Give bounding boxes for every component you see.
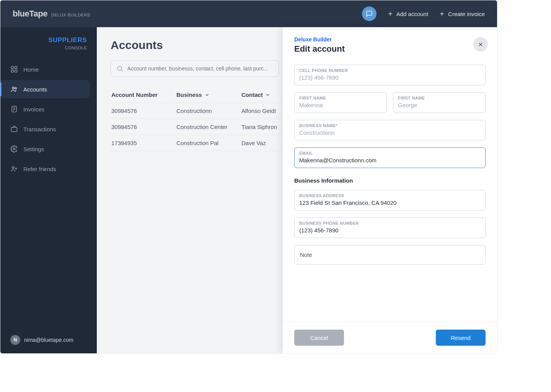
note-label: Note: [300, 252, 312, 258]
drawer-footer: Cancel Resend: [283, 322, 497, 353]
svg-rect-3: [15, 70, 17, 72]
sidebar-header: SUPPLIERS CONSOLE: [0, 27, 97, 57]
brand-logo: blueTape DELUX BUILDERS: [13, 9, 90, 19]
chat-button[interactable]: [362, 7, 377, 21]
svg-point-8: [13, 148, 15, 150]
field-label: FIRST NAME: [398, 96, 481, 100]
drawer-header: Deluxe Builder Edit account: [283, 27, 497, 58]
cell-business: Construction Center: [176, 124, 241, 130]
brand-mark: blueTape: [13, 9, 47, 19]
close-button[interactable]: [473, 37, 488, 52]
sidebar-item-home[interactable]: Home: [0, 60, 90, 78]
business-address-input[interactable]: [299, 199, 481, 206]
sidebar-user[interactable]: N nima@bluetape.com: [0, 326, 97, 354]
cell-acct: 30984576: [111, 108, 176, 114]
create-invoice-label: Create invoice: [448, 11, 485, 17]
search-input[interactable]: [127, 65, 273, 72]
create-invoice-button[interactable]: Create invoice: [439, 11, 485, 17]
briefcase-icon: [10, 125, 18, 133]
sidebar-item-transactions[interactable]: Transactions: [0, 120, 90, 138]
cell-acct: 17384935: [111, 140, 176, 146]
business-info-heading: Business Information: [294, 177, 486, 184]
sidebar-item-label: Settings: [23, 146, 44, 152]
cancel-button[interactable]: Cancel: [294, 330, 344, 346]
first-name-field-1[interactable]: FIRST NAME: [294, 92, 387, 113]
cell-acct: 30984576: [111, 124, 176, 130]
cell-phone-input[interactable]: [299, 74, 481, 81]
sidebar-item-label: Refer friends: [23, 166, 56, 172]
sidebar-item-refer[interactable]: Refer friends: [0, 160, 90, 178]
add-account-button[interactable]: Add account: [387, 11, 428, 17]
cell-business: Construction Pal: [176, 140, 241, 146]
email-field[interactable]: EMAIL: [294, 147, 486, 168]
sidebar-item-settings[interactable]: Settings: [0, 140, 90, 158]
svg-rect-7: [11, 127, 17, 132]
plus-icon: [387, 11, 393, 17]
sidebar: SUPPLIERS CONSOLE Home Accounts Invoices…: [0, 27, 97, 354]
business-address-field[interactable]: BUSINESS ADDRESS: [294, 190, 486, 211]
sidebar-item-label: Accounts: [23, 86, 47, 93]
field-label: FIRST NAME: [299, 96, 382, 100]
first-name-field-2[interactable]: FIRST NAME: [393, 92, 486, 113]
grid-icon: [10, 65, 18, 73]
sidebar-item-label: Transactions: [23, 126, 56, 132]
chevron-down-icon: [204, 92, 210, 98]
email-input[interactable]: [299, 157, 481, 163]
field-label: CELL PHONE NUMBER: [299, 68, 481, 73]
svg-point-5: [15, 87, 16, 89]
business-phone-input[interactable]: [299, 227, 481, 234]
field-label: BUSINESS ADDRESS: [299, 193, 481, 198]
user-plus-icon: [10, 165, 18, 173]
header-actions: Add account Create invoice: [362, 7, 485, 21]
close-icon: [478, 41, 484, 47]
col-business[interactable]: Business: [176, 91, 241, 98]
users-icon: [10, 85, 18, 93]
search-box[interactable]: [111, 60, 279, 77]
avatar: N: [10, 335, 20, 345]
drawer-title: Edit account: [294, 44, 486, 54]
search-icon: [116, 65, 124, 72]
svg-point-9: [12, 167, 14, 168]
gear-icon: [10, 145, 18, 153]
business-name-field[interactable]: BUSINESS NAME*: [294, 120, 486, 140]
sidebar-item-accounts[interactable]: Accounts: [0, 80, 90, 98]
chevron-down-icon: [265, 92, 271, 98]
sidebar-item-label: Invoices: [23, 106, 44, 113]
resend-button[interactable]: Resend: [436, 330, 486, 346]
chat-icon: [366, 10, 373, 17]
add-account-label: Add account: [396, 11, 428, 17]
svg-point-10: [117, 66, 122, 70]
svg-point-4: [12, 87, 14, 89]
field-label: BUSINESS NAME*: [299, 123, 481, 128]
col-account-number[interactable]: Account Number: [111, 91, 176, 98]
svg-rect-2: [11, 70, 14, 72]
drawer-body: CELL PHONE NUMBER FIRST NAME FIRST NAME …: [283, 58, 497, 322]
note-field[interactable]: Note: [294, 245, 486, 265]
sidebar-item-invoices[interactable]: Invoices: [0, 100, 90, 118]
sidebar-item-label: Home: [23, 66, 39, 73]
field-label: BUSINESS PHONE NUMBER: [299, 221, 481, 225]
edit-account-drawer: Deluxe Builder Edit account CELL PHONE N…: [283, 27, 497, 353]
business-name-input[interactable]: [299, 129, 481, 136]
invoice-icon: [10, 105, 18, 113]
sidebar-title: SUPPLIERS: [10, 36, 87, 44]
business-phone-field[interactable]: BUSINESS PHONE NUMBER: [294, 217, 486, 238]
sidebar-subtitle: CONSOLE: [10, 46, 87, 50]
col-label: Contact: [241, 91, 263, 98]
first-name-input-1[interactable]: [299, 102, 382, 108]
user-email: nima@bluetape.com: [24, 337, 73, 343]
brand-subtitle: DELUX BUILDERS: [51, 13, 90, 17]
svg-rect-0: [11, 67, 14, 69]
drawer-supertitle: Deluxe Builder: [294, 36, 486, 42]
col-label: Account Number: [111, 91, 158, 98]
first-name-input-2[interactable]: [398, 102, 481, 108]
sidebar-nav: Home Accounts Invoices Transactions Sett…: [0, 60, 97, 178]
field-label: EMAIL: [299, 151, 481, 155]
cell-business: Constructionn: [176, 108, 241, 114]
svg-rect-1: [15, 67, 17, 69]
col-label: Business: [176, 91, 202, 98]
app-header: blueTape DELUX BUILDERS Add account Crea…: [0, 0, 497, 27]
cell-phone-field[interactable]: CELL PHONE NUMBER: [294, 65, 486, 85]
plus-icon: [439, 11, 445, 17]
